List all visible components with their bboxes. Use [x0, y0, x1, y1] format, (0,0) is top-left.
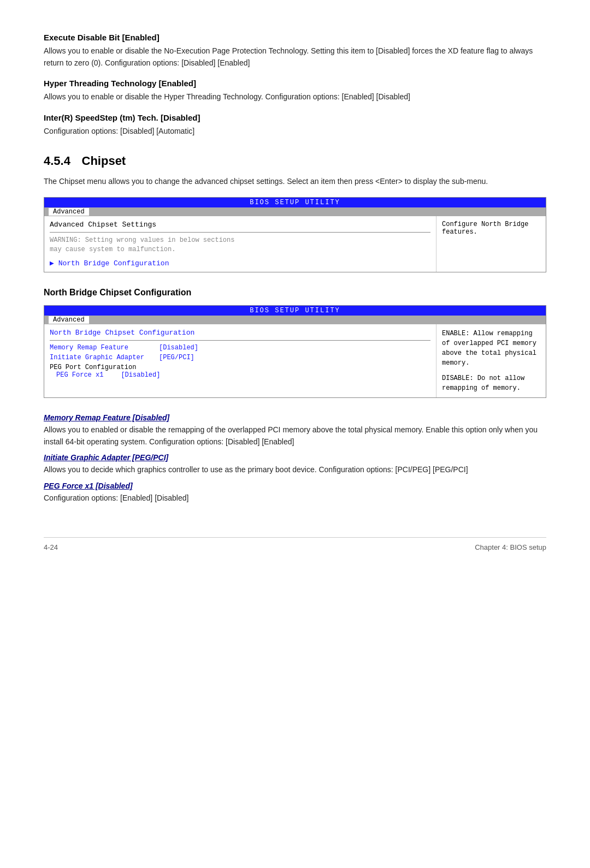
subsection-memory-remap-body: Allows you to enabled or disable the rem…: [44, 424, 546, 448]
subsection-initiate-graphic-body: Allows you to decide which graphics cont…: [44, 464, 546, 476]
bios-nb-left: North Bridge Chipset Configuration Memor…: [44, 324, 436, 397]
bios-title-bar-1: BIOS SETUP UTILITY: [44, 198, 546, 207]
page-footer: 4-24 Chapter 4: BIOS setup: [44, 537, 546, 551]
subsection-initiate-graphic-heading: Initiate Graphic Adapter [PEG/PCI]: [44, 453, 546, 462]
nb-right-disable: DISABLE: Do not allow remapping of memor…: [442, 373, 540, 393]
execute-disable-bit-body: Allows you to enable or disable the No-E…: [44, 45, 546, 69]
hyper-threading-heading: Hyper Threading Technology [Enabled]: [44, 79, 546, 88]
bios-tab-active-2: Advanced: [49, 316, 89, 324]
nb-peg-sub-value: [Disabled]: [114, 371, 160, 379]
bios-title-bar-2: BIOS SETUP UTILITY: [44, 306, 546, 316]
bios-content-1: Advanced Chipset Settings WARNING: Setti…: [44, 216, 546, 272]
nb-value-graphic: [PEG/PCI]: [159, 354, 194, 361]
bios-box-2: BIOS SETUP UTILITY Advanced North Bridge…: [44, 305, 546, 398]
subsection-memory-remap-heading: Memory Remap Feature [Disabled]: [44, 413, 546, 422]
footer-chapter-label: Chapter 4: BIOS setup: [475, 543, 546, 551]
bios-menu-north-bridge[interactable]: ▶ North Bridge Configuration: [50, 259, 430, 267]
nb-value-memory: [Disabled]: [159, 344, 198, 352]
nb-peg-group: PEG Port Configuration PEG Force x1 [Dis…: [50, 364, 430, 379]
subsection-peg-force: PEG Force x1 [Disabled] Configuration op…: [44, 481, 546, 504]
footer-page-number: 4-24: [44, 543, 58, 551]
chapter-title: Chipset: [82, 154, 126, 168]
speedstep-heading: Inter(R) SpeedStep (tm) Tech. [Disabled]: [44, 113, 546, 122]
nb-label-graphic: Initiate Graphic Adapter: [50, 354, 159, 361]
bios-content-2: North Bridge Chipset Configuration Memor…: [44, 324, 546, 397]
bios-nb-right: ENABLE: Allow remapping of overlapped PC…: [436, 324, 546, 397]
nb-peg-row: PEG Force x1 [Disabled]: [50, 371, 430, 379]
subsection-peg-force-body: Configuration options: [Enabled] [Disabl…: [44, 492, 546, 504]
nb-row-graphic: Initiate Graphic Adapter [PEG/PCI]: [50, 354, 430, 361]
execute-disable-bit-heading: Execute Disable Bit [Enabled]: [44, 33, 546, 42]
bios-warning-1: WARNING: Setting wrong values in below s…: [50, 236, 430, 254]
nb-row-memory: Memory Remap Feature [Disabled]: [50, 344, 430, 352]
nb-bridge-heading: North Bridge Chipset Configuration: [44, 288, 546, 298]
subsection-memory-remap: Memory Remap Feature [Disabled] Allows y…: [44, 413, 546, 448]
bios-tab-bar-2: Advanced: [44, 316, 546, 324]
bios-left-1: Advanced Chipset Settings WARNING: Setti…: [44, 216, 436, 272]
subsection-peg-force-heading: PEG Force x1 [Disabled]: [44, 481, 546, 490]
bios-right-1: Configure North Bridge features.: [436, 216, 546, 272]
bios-divider-1: [50, 232, 430, 233]
speedstep-section: Inter(R) SpeedStep (tm) Tech. [Disabled]…: [44, 113, 546, 138]
nb-label-memory: Memory Remap Feature: [50, 344, 159, 352]
nb-peg-title: PEG Port Configuration: [50, 364, 430, 371]
nb-right-enable: ENABLE: Allow remapping of overlapped PC…: [442, 329, 540, 368]
bios-tab-bar-1: Advanced: [44, 207, 546, 216]
hyper-threading-section: Hyper Threading Technology [Enabled] All…: [44, 79, 546, 103]
chapter-heading: 4.5.4 Chipset: [44, 154, 546, 168]
bios-box-1: BIOS SETUP UTILITY Advanced Advanced Chi…: [44, 197, 546, 272]
execute-disable-bit-section: Execute Disable Bit [Enabled] Allows you…: [44, 33, 546, 69]
bios-tab-active-1: Advanced: [49, 208, 89, 216]
chapter-number: 4.5.4: [44, 154, 70, 168]
speedstep-body: Configuration options: [Disabled] [Autom…: [44, 126, 546, 138]
nb-config-title: North Bridge Chipset Configuration: [50, 329, 430, 337]
chapter-intro: The Chipset menu allows you to change th…: [44, 176, 546, 188]
nb-peg-sub-label: PEG Force x1: [50, 371, 103, 379]
bios-section-title-1: Advanced Chipset Settings: [50, 221, 430, 229]
subsection-initiate-graphic: Initiate Graphic Adapter [PEG/PCI] Allow…: [44, 453, 546, 476]
hyper-threading-body: Allows you to enable or disable the Hype…: [44, 91, 546, 103]
bios-divider-2: [50, 340, 430, 341]
